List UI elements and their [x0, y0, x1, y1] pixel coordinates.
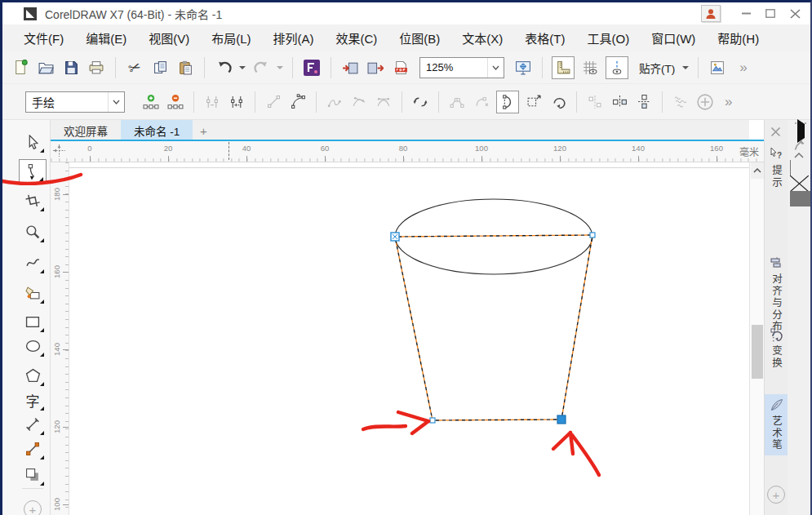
- cut-icon[interactable]: ✂: [122, 55, 148, 80]
- docker-tab-hints[interactable]: ? 提示: [765, 143, 788, 193]
- minimize-button[interactable]: [734, 5, 758, 23]
- new-document-icon[interactable]: [11, 58, 30, 78]
- zoom-level-combo[interactable]: 125%: [419, 57, 504, 78]
- show-guidelines-button[interactable]: [606, 56, 628, 79]
- selected-curve[interactable]: [395, 235, 592, 420]
- break-nodes-icon[interactable]: [227, 92, 246, 112]
- drawing-canvas[interactable]: [69, 162, 749, 515]
- propbar-overflow[interactable]: »: [725, 94, 731, 110]
- scrollbar-thumb[interactable]: [752, 325, 763, 379]
- open-icon[interactable]: [36, 58, 55, 78]
- snap-dropdown-caret[interactable]: [682, 66, 689, 73]
- maximize-button[interactable]: [758, 5, 783, 23]
- app-launcher-icon[interactable]: [302, 58, 322, 78]
- smooth-node-icon[interactable]: [349, 92, 369, 112]
- pick-tool[interactable]: [19, 130, 47, 154]
- new-document-tab-button[interactable]: +: [193, 120, 214, 141]
- node-bottom-right-selected[interactable]: [557, 415, 566, 424]
- menu-layout[interactable]: 布局(L): [211, 29, 251, 47]
- extract-subpath-icon[interactable]: [472, 92, 491, 112]
- quick-customize-button[interactable]: +: [767, 486, 785, 504]
- curve-preset-combo[interactable]: 手绘: [25, 91, 125, 113]
- zoom-combo-caret[interactable]: [487, 58, 504, 78]
- menu-bitmaps[interactable]: 位图(B): [399, 29, 440, 47]
- zoom-tool[interactable]: [19, 220, 47, 244]
- drop-shadow-tool[interactable]: [19, 463, 47, 487]
- toolbox-customize-button[interactable]: +: [19, 497, 47, 515]
- node-bottom-left[interactable]: [430, 418, 435, 423]
- account-button[interactable]: [701, 5, 721, 22]
- vertical-ruler[interactable]: 180 160 140 120 100: [51, 162, 69, 515]
- tab-untitled-document[interactable]: 未命名 -1: [121, 120, 193, 141]
- smart-fill-tool[interactable]: [19, 281, 47, 305]
- export-icon[interactable]: [366, 58, 385, 78]
- reflect-nodes-horizontal-icon[interactable]: [610, 92, 629, 112]
- select-all-nodes-icon[interactable]: [695, 92, 715, 112]
- menu-file[interactable]: 文件(F): [24, 29, 64, 47]
- options-icon[interactable]: [708, 58, 727, 78]
- ellipse-tool[interactable]: [19, 334, 47, 358]
- cusp-node-icon[interactable]: [325, 92, 344, 112]
- toolbar-separator: [542, 57, 543, 78]
- docker-tab-artistic-media[interactable]: 艺术笔: [765, 394, 788, 455]
- menu-window[interactable]: 窗口(W): [651, 29, 695, 47]
- copy-icon[interactable]: [150, 58, 170, 78]
- menu-view[interactable]: 视图(V): [149, 29, 189, 47]
- show-rulers-button[interactable]: [552, 56, 575, 79]
- toolbar-overflow[interactable]: »: [739, 60, 746, 76]
- convert-to-line-icon[interactable]: [264, 92, 283, 112]
- reverse-direction-icon[interactable]: [410, 92, 430, 112]
- snap-dropdown-label[interactable]: 贴齐(T): [639, 60, 675, 76]
- redo-icon[interactable]: [251, 58, 271, 78]
- menu-help[interactable]: 帮助(H): [717, 29, 759, 47]
- undo-dropdown-caret[interactable]: [239, 66, 246, 73]
- import-icon[interactable]: [340, 58, 360, 78]
- menu-tools[interactable]: 工具(O): [587, 29, 629, 47]
- save-icon[interactable]: [61, 58, 81, 78]
- ruler-origin-icon[interactable]: [53, 144, 65, 157]
- redo-dropdown-caret[interactable]: [277, 66, 283, 73]
- docker-close-icon[interactable]: [770, 127, 781, 137]
- publish-pdf-icon[interactable]: [391, 58, 410, 78]
- rotate-nodes-icon[interactable]: [548, 92, 568, 112]
- preset-combo-caret[interactable]: [108, 92, 124, 112]
- horizontal-ruler[interactable]: 0 20 40 60 80 100 120 140 160 毫米: [51, 141, 764, 162]
- menu-effects[interactable]: 效果(C): [336, 29, 378, 47]
- align-nodes-icon[interactable]: [585, 92, 605, 112]
- dimension-tool[interactable]: [19, 412, 47, 437]
- palette-scroll-up-icon[interactable]: [794, 153, 812, 158]
- tab-welcome-screen[interactable]: 欢迎屏幕: [51, 120, 121, 141]
- reflect-nodes-vertical-icon[interactable]: [634, 92, 654, 112]
- symmetric-node-icon[interactable]: [374, 92, 393, 112]
- docker-tab-transform[interactable]: 变换: [765, 324, 788, 373]
- menu-edit[interactable]: 编辑(E): [86, 29, 126, 47]
- vertical-scrollbar[interactable]: [749, 162, 764, 515]
- join-nodes-icon[interactable]: [202, 92, 222, 112]
- menu-arrange[interactable]: 排列(A): [273, 29, 314, 47]
- paste-icon[interactable]: [175, 58, 195, 78]
- menu-table[interactable]: 表格(T): [525, 29, 565, 47]
- polygon-tool[interactable]: [19, 363, 47, 388]
- delete-node-icon[interactable]: [166, 92, 185, 112]
- connector-tool[interactable]: [19, 437, 47, 461]
- freehand-tool[interactable]: [19, 251, 47, 275]
- print-icon[interactable]: [87, 58, 106, 78]
- stretch-nodes-icon[interactable]: [524, 92, 544, 112]
- fullscreen-preview-icon[interactable]: [513, 58, 533, 78]
- close-curve-button[interactable]: [496, 91, 519, 113]
- add-node-icon[interactable]: [141, 92, 161, 112]
- scrollbar-up-arrow[interactable]: [751, 162, 764, 179]
- shape-tool[interactable]: [19, 159, 47, 184]
- palette-flyout-arrow[interactable]: [797, 119, 810, 143]
- rectangle-tool[interactable]: [19, 309, 47, 334]
- close-button[interactable]: [783, 5, 807, 23]
- convert-to-curve-icon[interactable]: [288, 92, 308, 112]
- undo-icon[interactable]: [214, 58, 233, 78]
- node-top-right[interactable]: [590, 233, 595, 238]
- text-tool[interactable]: 字: [19, 388, 47, 412]
- show-grid-icon[interactable]: [580, 58, 600, 78]
- menu-text[interactable]: 文本(X): [462, 29, 503, 47]
- crop-tool[interactable]: [19, 189, 47, 213]
- extend-curve-icon[interactable]: [447, 92, 467, 112]
- elastic-mode-icon[interactable]: [671, 92, 690, 112]
